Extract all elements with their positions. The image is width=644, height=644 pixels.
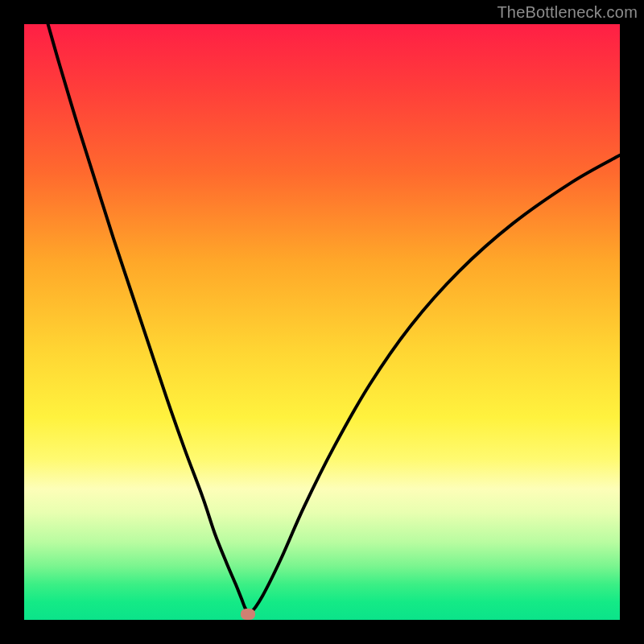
plot-area xyxy=(24,24,620,620)
chart-frame: TheBottleneck.com xyxy=(0,0,644,644)
bottleneck-curve xyxy=(48,24,620,613)
watermark-text: TheBottleneck.com xyxy=(497,3,638,22)
curve-svg xyxy=(24,24,620,620)
optimum-marker xyxy=(241,609,255,620)
